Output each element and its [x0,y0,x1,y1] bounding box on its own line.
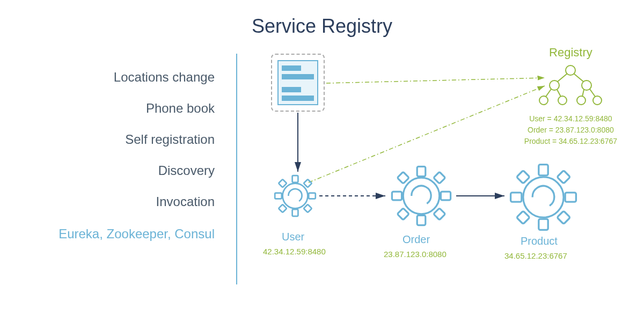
gear-icon-user [271,172,319,222]
svg-point-6 [550,80,559,90]
diagram-area: Registry User = 42.34.12.59:8480 Order =… [247,48,633,301]
svg-point-9 [558,96,567,105]
svg-point-18 [283,184,308,209]
service-label-order: Order [402,233,430,246]
svg-line-17 [590,89,595,97]
svg-point-11 [593,96,602,105]
registry-entry-order: Order = 23.87.123.0:8080 [524,125,617,136]
service-addr-product: 34.65.12.23:6767 [504,251,567,260]
gear-icon-product [504,158,582,238]
svg-point-10 [577,96,586,105]
svg-rect-33 [434,172,445,184]
sidebar-item-invocation: Invocation [0,194,215,209]
svg-line-15 [557,90,561,97]
registry-entries: User = 42.34.12.59:8480 Order = 23.87.12… [524,113,617,147]
svg-rect-34 [397,208,409,220]
svg-rect-29 [417,215,426,225]
registry-entry-product: Product = 34.65.12.23:6767 [524,136,617,147]
registry-node: Registry User = 42.34.12.59:8480 Order =… [524,46,617,147]
svg-rect-19 [292,175,298,182]
svg-line-16 [582,90,584,97]
service-label-user: User [282,231,304,243]
svg-line-1 [326,78,545,83]
svg-point-8 [539,96,548,105]
registry-label: Registry [524,46,617,60]
svg-rect-44 [557,211,570,224]
sidebar-item-locations: Locations change [0,70,215,85]
page-title: Service Registry [252,15,392,38]
svg-rect-43 [516,211,530,224]
vertical-divider [236,54,237,284]
tree-icon [533,64,608,107]
svg-rect-31 [441,192,450,200]
svg-rect-23 [279,179,287,187]
gear-icon-order [386,161,456,233]
svg-rect-39 [511,193,522,202]
svg-point-36 [523,177,564,217]
svg-rect-35 [434,208,445,220]
service-addr-user: 42.34.12.59:8480 [263,247,326,256]
svg-rect-25 [279,204,287,213]
svg-line-12 [558,74,567,82]
svg-point-7 [582,80,591,90]
service-addr-order: 23.87.123.0:8080 [384,250,447,259]
svg-rect-22 [309,193,316,199]
sidebar-item-discovery: Discovery [0,163,215,178]
sidebar-item-tools: Eureka, Zookeeper, Consul [0,225,215,242]
svg-rect-21 [275,193,282,199]
svg-rect-32 [397,172,409,184]
sidebar-item-selfreg: Self registration [0,132,215,147]
svg-rect-40 [565,193,576,202]
svg-rect-30 [392,192,401,200]
svg-point-27 [403,178,440,214]
svg-rect-28 [417,166,426,176]
svg-rect-41 [516,170,530,184]
svg-line-14 [546,89,551,97]
service-label-product: Product [521,235,558,247]
svg-rect-38 [539,219,548,230]
sidebar-item-phonebook: Phone book [0,101,215,116]
registry-entry-user: User = 42.34.12.59:8480 [524,113,617,125]
svg-rect-20 [292,209,298,216]
svg-rect-24 [304,179,312,187]
svg-line-13 [574,74,583,82]
sidebar: Locations change Phone book Self registr… [0,70,231,258]
svg-rect-37 [539,165,548,175]
svg-rect-26 [304,204,312,213]
document-icon [271,54,325,112]
svg-rect-42 [557,170,570,184]
